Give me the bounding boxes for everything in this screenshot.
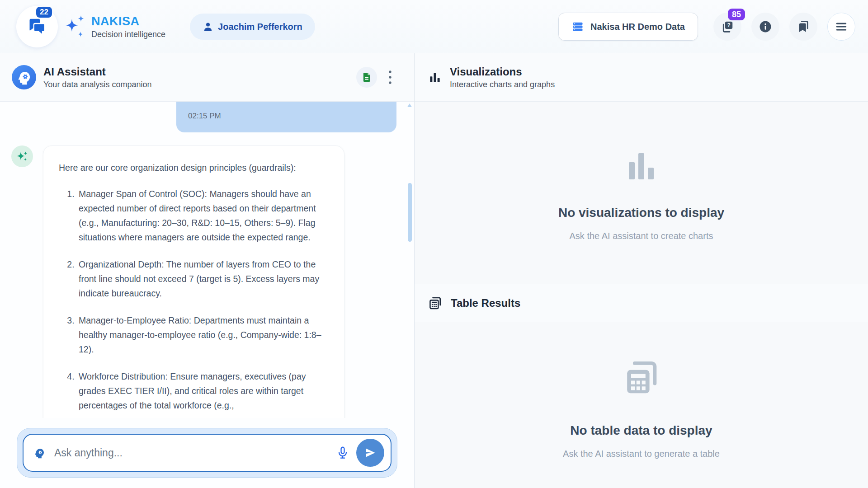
ai-assistant-avatar <box>12 65 36 89</box>
chat-message-list[interactable]: 02:15 PM Here are our core organization … <box>0 102 414 418</box>
user-message-bubble: 02:15 PM <box>176 102 396 132</box>
assistant-message-bubble: Here are our core organization design pr… <box>43 145 344 418</box>
top-bar-right: Nakisa HR Demo Data ? 85 <box>558 13 855 41</box>
chat-input[interactable] <box>54 447 335 459</box>
question-card-icon: ? <box>721 20 734 33</box>
chat-scrollbar-up-arrow[interactable] <box>407 103 412 107</box>
table-empty-subtitle: Ask the AI assistant to generate a table <box>563 449 720 459</box>
assistant-principles-list: Manager Span of Control (SOC): Managers … <box>59 187 329 413</box>
head-gear-icon <box>16 70 32 85</box>
green-document-icon <box>361 71 373 83</box>
bookmarks-button[interactable] <box>789 13 817 41</box>
send-icon <box>364 446 377 459</box>
table-empty-title: No table data to display <box>570 423 712 438</box>
notifications-badge: 22 <box>36 7 52 18</box>
chat-panel-header: AI Assistant Your data analysis companio… <box>0 53 414 102</box>
visualizations-empty-title: No visualizations to display <box>558 206 724 220</box>
visualizations-title: Visualizations <box>450 66 854 78</box>
chat-panel-title: AI Assistant <box>43 66 356 78</box>
visualizations-subtitle: Interactive charts and graphs <box>450 80 854 89</box>
principle-item: Organizational Depth: The number of laye… <box>77 257 329 300</box>
help-button[interactable]: ? 85 <box>713 13 741 41</box>
assistant-sparkles-avatar <box>11 145 33 167</box>
table-empty-state: No table data to display Ask the AI assi… <box>415 322 868 488</box>
chat-bubbles-icon <box>27 16 47 37</box>
visualizations-titles: Visualizations Interactive charts and gr… <box>450 66 854 89</box>
visualizations-header: Visualizations Interactive charts and gr… <box>415 53 868 102</box>
person-icon <box>203 21 213 32</box>
chat-more-options-button[interactable] <box>388 70 392 85</box>
top-bar: 22 NAKISA Decision intelligence Joachim … <box>0 0 868 53</box>
composer-container <box>17 428 397 478</box>
list-icon <box>571 20 584 33</box>
info-icon <box>759 20 772 33</box>
results-panel: Visualizations Interactive charts and gr… <box>415 53 868 488</box>
composer-zone <box>0 418 414 488</box>
brand: NAKISA Decision intelligence <box>91 14 165 39</box>
visualizations-empty-subtitle: Ask the AI assistant to create charts <box>570 231 713 241</box>
bar-chart-placeholder-icon <box>629 153 654 179</box>
microphone-icon <box>335 446 350 460</box>
table-cards-icon <box>428 296 443 310</box>
menu-button[interactable] <box>827 13 855 41</box>
chat-panel-subtitle: Your data analysis companion <box>43 80 356 89</box>
user-name: Joachim Pefferkorn <box>218 22 302 32</box>
info-button[interactable] <box>751 13 779 41</box>
brand-name: NAKISA <box>91 14 165 28</box>
chat-panel-titles: AI Assistant Your data analysis companio… <box>43 66 356 89</box>
table-placeholder-icon <box>622 322 661 398</box>
dataset-button-label: Nakisa HR Demo Data <box>590 22 685 32</box>
mic-button[interactable] <box>335 446 350 460</box>
principle-item: Workforce Distribution: Ensure managers,… <box>77 369 329 413</box>
assistant-message-intro: Here are our core organization design pr… <box>59 160 329 175</box>
table-results-header: Table Results <box>415 284 868 322</box>
sparkles-icon <box>15 150 29 163</box>
help-badge: 85 <box>728 9 745 20</box>
principle-item: Manager Span of Control (SOC): Managers … <box>77 187 329 244</box>
kebab-icon <box>388 70 392 85</box>
head-gear-icon <box>33 447 45 459</box>
bookmarks-icon <box>797 20 810 33</box>
chat-scrollbar-thumb[interactable] <box>408 183 412 242</box>
user-message-timestamp: 02:15 PM <box>188 112 396 121</box>
main-content: AI Assistant Your data analysis companio… <box>0 53 868 488</box>
export-sheet-button[interactable] <box>356 67 377 88</box>
composer-field <box>23 434 392 472</box>
bar-chart-icon <box>428 70 442 84</box>
assistant-message-row: Here are our core organization design pr… <box>0 145 414 418</box>
user-menu-button[interactable]: Joachim Pefferkorn <box>190 14 315 40</box>
chat-panel: AI Assistant Your data analysis companio… <box>0 53 415 488</box>
principle-item: Manager-to-Employee Ratio: Departments m… <box>77 313 329 357</box>
notifications-button[interactable]: 22 <box>16 6 58 47</box>
top-bar-left: 22 NAKISA Decision intelligence Joachim … <box>13 6 315 47</box>
visualizations-empty-state: No visualizations to display Ask the AI … <box>415 102 868 284</box>
send-button[interactable] <box>356 439 384 467</box>
brand-tagline: Decision intelligence <box>91 30 165 39</box>
table-results-title: Table Results <box>451 297 520 310</box>
hamburger-icon <box>835 20 848 33</box>
chat-actions <box>356 67 402 88</box>
svg-text:?: ? <box>727 22 731 28</box>
dataset-selector-button[interactable]: Nakisa HR Demo Data <box>558 13 698 41</box>
brand-sparkles-icon <box>63 14 86 40</box>
